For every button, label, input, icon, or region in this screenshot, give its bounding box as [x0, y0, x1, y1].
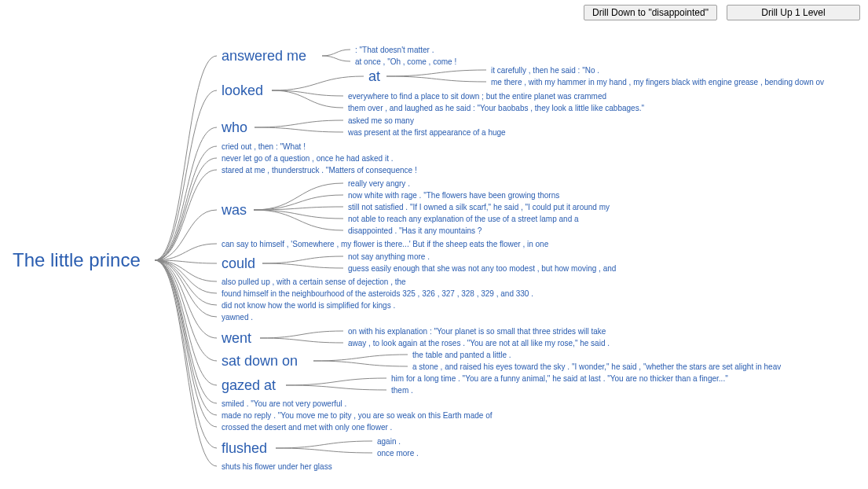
tree-node[interactable]: not say anything more .	[348, 252, 430, 261]
tree-node[interactable]: really very angry .	[348, 179, 410, 188]
tree-node[interactable]: flushed	[222, 440, 267, 456]
tree-node[interactable]: him for a long time . "You are a funny a…	[391, 374, 728, 383]
tree-edge	[155, 170, 217, 260]
tree-node[interactable]: looked	[222, 83, 263, 98]
tree-node[interactable]: at	[368, 68, 380, 84]
tree-node[interactable]: gazed at	[222, 377, 276, 393]
tree-node[interactable]: can say to himself , 'Somewhere , my flo…	[222, 240, 549, 248]
tree-node[interactable]: once more .	[377, 449, 419, 458]
tree-node[interactable]: cried out , then : "What !	[222, 142, 306, 151]
tree-node[interactable]: the table and panted a little .	[412, 351, 511, 359]
tree-node[interactable]: a stone , and raised his eyes toward the…	[412, 362, 781, 371]
tree-edge	[155, 260, 217, 361]
tree-node[interactable]: never let go of a question , once he had…	[222, 154, 393, 163]
tree-edge	[386, 76, 486, 82]
tree-edge	[155, 56, 217, 260]
tree-edge	[155, 260, 217, 385]
tree-edge	[254, 210, 343, 219]
tree-edge	[255, 120, 343, 127]
tree-node[interactable]: answered me	[222, 48, 306, 64]
tree-node[interactable]: stared at me , thunderstruck . "Matters …	[222, 166, 417, 175]
tree-edge	[155, 244, 217, 260]
tree-node[interactable]: everywhere to find a place to sit down ;…	[348, 92, 606, 101]
tree-edge	[313, 361, 408, 366]
tree-edge	[272, 76, 364, 90]
tree-node[interactable]: again .	[377, 437, 401, 446]
tree-edge	[254, 210, 343, 230]
tree-edge	[322, 50, 350, 56]
tree-edge	[155, 260, 217, 317]
tree-edge	[155, 260, 217, 403]
tree-diagram: The little princeanswered me: "That does…	[0, 0, 868, 489]
tree-node[interactable]: found himself in the neighbourhood of th…	[222, 289, 533, 298]
tree-edge	[276, 441, 372, 448]
tree-edge	[254, 183, 343, 210]
tree-node[interactable]: who	[221, 119, 247, 135]
tree-node[interactable]: yawned .	[222, 313, 253, 322]
tree-node[interactable]: : "That doesn't matter .	[355, 46, 434, 54]
tree-edge	[322, 56, 350, 61]
tree-edge	[155, 127, 217, 260]
tree-edge	[262, 256, 343, 263]
tree-node[interactable]: now white with rage . "The flowers have …	[348, 191, 559, 200]
tree-edge	[155, 260, 217, 415]
tree-node[interactable]: did not know how the world is simplified…	[222, 301, 395, 310]
tree-edge	[386, 70, 486, 76]
tree-edge	[155, 260, 217, 427]
tree-node[interactable]: still not satisfied . "If I owned a silk…	[348, 203, 610, 211]
tree-node[interactable]: disappointed . "Has it any mountains ?	[348, 226, 482, 235]
tree-edge	[286, 378, 386, 385]
tree-node[interactable]: was	[221, 202, 247, 218]
tree-node[interactable]: also pulled up , with a certain sense of…	[222, 278, 406, 286]
tree-node[interactable]: me there , with my hammer in my hand , m…	[491, 78, 824, 86]
tree-edge	[255, 127, 343, 132]
tree-edge	[313, 355, 408, 361]
tree-node[interactable]: not able to reach any explanation of the…	[348, 215, 579, 223]
tree-node[interactable]: on with his explanation : "Your planet i…	[348, 327, 606, 336]
tree-edge	[155, 260, 217, 466]
tree-node[interactable]: could	[222, 256, 255, 271]
tree-edge	[254, 195, 343, 210]
tree-root[interactable]: The little prince	[13, 249, 141, 270]
tree-node[interactable]: shuts his flower under her glass	[222, 462, 332, 471]
tree-node[interactable]: it carefully , then he said : "No .	[491, 66, 599, 75]
tree-node[interactable]: was present at the first appearance of a…	[347, 128, 506, 137]
tree-edge	[286, 385, 386, 390]
tree-node[interactable]: away , to look again at the roses . "You…	[348, 339, 610, 347]
tree-edge	[276, 448, 372, 453]
tree-edge	[155, 146, 217, 260]
tree-node[interactable]: at once , "Oh , come , come !	[355, 57, 456, 66]
tree-edge	[260, 338, 343, 343]
tree-edge	[262, 263, 343, 268]
tree-edge	[260, 331, 343, 338]
tree-node[interactable]: guess easily enough that she was not any…	[348, 264, 616, 273]
tree-node[interactable]: crossed the desert and met with only one…	[222, 423, 392, 432]
tree-node[interactable]: smiled . "You are not very powerful .	[222, 399, 346, 408]
tree-node[interactable]: went	[221, 330, 251, 346]
tree-node[interactable]: sat down on	[222, 353, 298, 369]
tree-node[interactable]: them over , and laughed as he said : "Yo…	[348, 104, 644, 112]
tree-edge	[155, 260, 217, 338]
tree-node[interactable]: made no reply . "You move me to pity , y…	[222, 411, 493, 420]
tree-node[interactable]: them .	[391, 386, 413, 395]
tree-edge	[254, 207, 343, 210]
tree-node[interactable]: asked me so many	[348, 116, 414, 125]
